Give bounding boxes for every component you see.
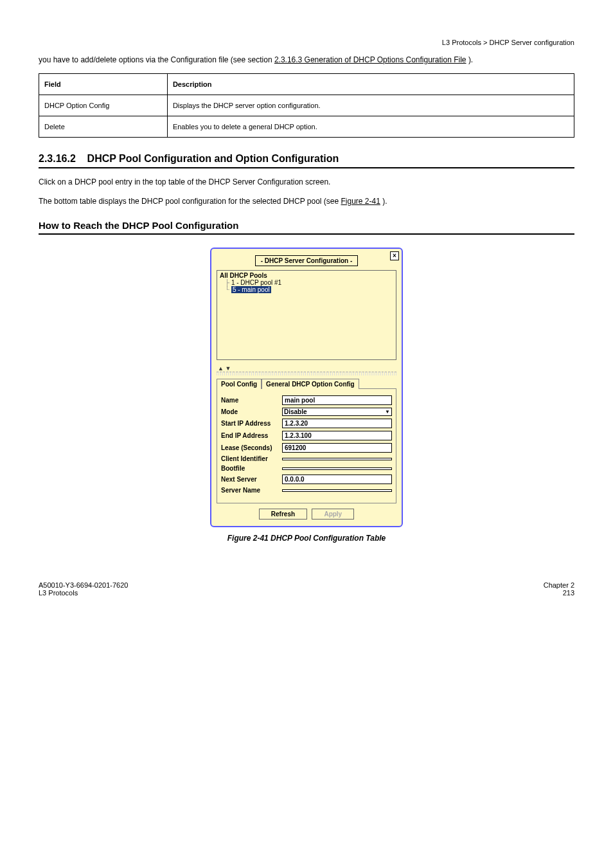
input-lease[interactable]: 691200 (282, 443, 392, 453)
intro-crossref[interactable]: 2.3.16.3 Generation of DHCP Options Conf… (274, 55, 466, 64)
cell-field: DHCP Option Config (39, 95, 168, 116)
section-heading: 2.3.16.2 DHCP Pool Configuration and Opt… (39, 153, 574, 168)
dhcp-pool-tree[interactable]: All DHCP Pools 1 - DHCP pool #1 5 - main… (217, 270, 396, 360)
dhcp-dialog-window: × - DHCP Server Configuration - All DHCP… (210, 248, 403, 527)
tree-item-pool-5[interactable]: 5 - main pool (225, 286, 393, 293)
tab-general-option-config[interactable]: General DHCP Option Config (262, 379, 359, 389)
apply-button[interactable]: Apply (312, 509, 354, 520)
table-row: Delete Enables you to delete a general D… (39, 116, 574, 138)
footer-doc-id: A50010-Y3-6694-0201-7620 (39, 581, 128, 589)
tab-pool-config[interactable]: Pool Config (217, 379, 262, 389)
pool-config-panel: Name main pool Mode Disable ▼ Start IP A… (217, 388, 396, 503)
dialog-buttons: Refresh Apply (211, 509, 402, 520)
section-number: 2.3.16.2 (39, 153, 76, 164)
label-start-ip: Start IP Address (221, 420, 282, 427)
p2-post: ). (382, 197, 387, 206)
label-bootfile: Bootfile (221, 465, 282, 472)
input-start-ip[interactable]: 1.2.3.20 (282, 419, 392, 428)
field-description-table: Field Description DHCP Option Config Dis… (39, 73, 574, 138)
dialog-divider (217, 372, 396, 375)
intro-post: ). (468, 55, 473, 64)
input-end-ip[interactable]: 1.2.3.100 (282, 431, 392, 440)
close-button[interactable]: × (390, 251, 399, 260)
intro-pre: you have to add/delete options via the C… (39, 55, 274, 64)
tree-root[interactable]: All DHCP Pools (220, 272, 393, 279)
close-icon: × (393, 252, 396, 259)
tree-scroll-indicator: ▲ ▼ (218, 365, 402, 372)
figure-caption: Figure 2-41 DHCP Pool Configuration Tabl… (39, 534, 574, 543)
label-server-name: Server Name (221, 487, 282, 494)
footer-page-number: 213 (544, 589, 574, 597)
p2-figure-link[interactable]: Figure 2-41 (341, 197, 380, 206)
select-mode[interactable]: Disable ▼ (282, 408, 392, 416)
dialog-titlebar: - DHCP Server Configuration - (211, 249, 402, 270)
chevron-down-icon: ▼ (385, 409, 390, 415)
label-next-server: Next Server (221, 476, 282, 483)
section-paragraph-2: The bottom table displays the DHCP pool … (39, 195, 574, 207)
cell-desc: Enables you to delete a general DHCP opt… (167, 116, 574, 138)
page-header-breadcrumb: L3 Protocols > DHCP Server configuration (39, 39, 574, 46)
label-client-id: Client Identifier (221, 455, 282, 462)
table-row: DHCP Option Config Displays the DHCP ser… (39, 95, 574, 116)
page-footer: A50010-Y3-6694-0201-7620 L3 Protocols Ch… (39, 581, 574, 597)
label-mode: Mode (221, 408, 282, 415)
input-bootfile[interactable] (282, 467, 392, 470)
section-title: DHCP Pool Configuration and Option Confi… (87, 153, 339, 164)
col-header-description: Description (167, 74, 574, 95)
section-paragraph-1: Click on a DHCP pool entry in the top ta… (39, 176, 574, 188)
howto-heading: How to Reach the DHCP Pool Configuration (39, 220, 574, 235)
cell-desc: Displays the DHCP server option configur… (167, 95, 574, 116)
tree-item-pool-1[interactable]: 1 - DHCP pool #1 (225, 279, 393, 286)
input-name[interactable]: main pool (282, 395, 392, 405)
dialog-tabs: Pool ConfigGeneral DHCP Option Config (217, 378, 396, 388)
cell-field: Delete (39, 116, 168, 138)
table-header-row: Field Description (39, 74, 574, 95)
intro-paragraph: you have to add/delete options via the C… (39, 54, 574, 66)
label-end-ip: End IP Address (221, 432, 282, 439)
tree-item-selected: 5 - main pool (231, 286, 271, 293)
input-next-server[interactable]: 0.0.0.0 (282, 475, 392, 484)
figure-dhcp-dialog: × - DHCP Server Configuration - All DHCP… (39, 248, 574, 543)
input-server-name[interactable] (282, 489, 392, 492)
input-client-id[interactable] (282, 458, 392, 460)
label-lease: Lease (Seconds) (221, 444, 282, 451)
footer-chapter: Chapter 2 (544, 581, 574, 589)
select-mode-value: Disable (284, 408, 307, 415)
refresh-button[interactable]: Refresh (259, 509, 307, 520)
footer-section: L3 Protocols (39, 589, 128, 597)
p2-pre: The bottom table displays the DHCP pool … (39, 197, 341, 206)
col-header-field: Field (39, 74, 168, 95)
label-name: Name (221, 397, 282, 404)
dialog-title: - DHCP Server Configuration - (255, 255, 359, 266)
